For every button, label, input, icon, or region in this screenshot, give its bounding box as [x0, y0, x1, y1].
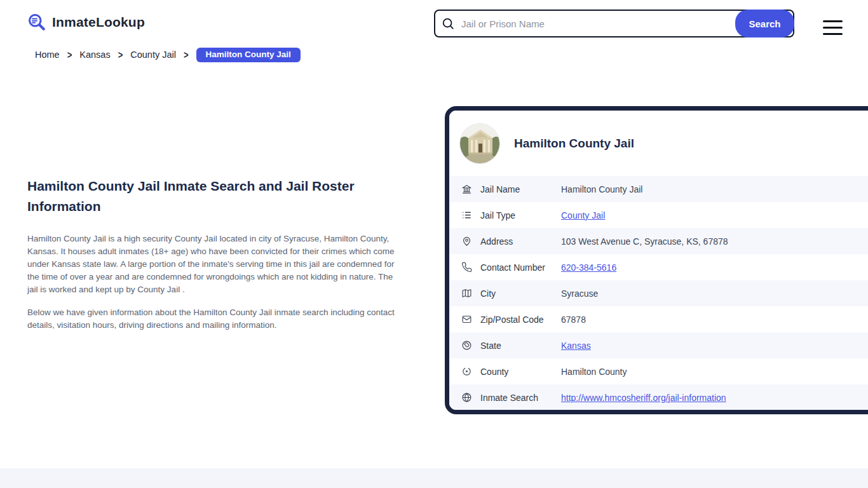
chevron-right-icon: >: [118, 49, 123, 61]
row-value: Syracuse: [561, 288, 598, 299]
globe-icon: [461, 392, 472, 403]
article-paragraph: Below we have given information about th…: [27, 306, 403, 332]
table-row: Jail NameHamilton County Jail: [449, 176, 868, 202]
jail-info-table: Jail NameHamilton County JailJail TypeCo…: [449, 176, 868, 410]
jail-card-header: Hamilton County Jail: [449, 111, 868, 176]
globe-americas-icon: [461, 340, 472, 351]
row-label: Address: [480, 236, 561, 247]
breadcrumb-home[interactable]: Home: [35, 50, 60, 60]
row-label: Jail Type: [480, 210, 561, 220]
bank-icon: [461, 184, 472, 194]
breadcrumb-county-jail[interactable]: County Jail: [130, 50, 176, 60]
row-label: City: [480, 288, 561, 299]
table-row: CitySyracuse: [449, 280, 868, 306]
badge-icon: [461, 366, 472, 377]
row-value: 103 West Avenue C, Syracuse, KS, 67878: [561, 236, 728, 247]
chevron-right-icon: >: [184, 49, 189, 61]
brand-logo[interactable]: InmateLookup: [27, 13, 145, 32]
jail-info-card: Hamilton County Jail Jail NameHamilton C…: [445, 106, 868, 414]
table-row: Jail TypeCounty Jail: [449, 202, 868, 228]
table-row: Contact Number620-384-5616: [449, 254, 868, 280]
table-row: Zip/Postal Code67878: [449, 306, 868, 332]
row-value-link[interactable]: http://www.hmcosheriff.org/jail-informat…: [561, 393, 726, 403]
row-label: Contact Number: [480, 262, 561, 273]
envelope-icon: [461, 314, 472, 325]
search-button[interactable]: Search: [735, 10, 794, 37]
article-paragraph: Hamilton County Jail is a high security …: [27, 233, 403, 296]
jail-photo: [459, 123, 500, 164]
article: Hamilton County Jail Inmate Search and J…: [27, 176, 403, 342]
breadcrumb-current-badge: Hamilton County Jail: [196, 48, 301, 62]
table-row: CountyHamilton County: [449, 358, 868, 384]
breadcrumb-kansas[interactable]: Kansas: [79, 50, 110, 60]
row-value: Hamilton County: [561, 367, 627, 377]
phone-icon: [461, 262, 472, 273]
page-title: Hamilton County Jail Inmate Search and J…: [27, 176, 403, 217]
search-bar: Search: [434, 10, 794, 37]
row-label: County: [480, 367, 561, 377]
breadcrumb: Home > Kansas > County Jail > Hamilton C…: [35, 48, 301, 62]
brand-name: InmateLookup: [52, 15, 145, 30]
row-value-link[interactable]: County Jail: [561, 210, 605, 220]
chevron-right-icon: >: [67, 49, 72, 61]
table-row: StateKansas: [449, 332, 868, 358]
hamburger-menu-icon[interactable]: [823, 16, 843, 39]
row-label: Inmate Search: [480, 393, 561, 403]
row-value-link[interactable]: Kansas: [561, 341, 591, 351]
table-row: Inmate Searchhttp://www.hmcosheriff.org/…: [449, 384, 868, 410]
footer-strip: [0, 468, 868, 488]
row-value: Hamilton County Jail: [561, 184, 642, 194]
row-label: State: [480, 341, 561, 351]
map-icon: [461, 288, 472, 299]
row-label: Jail Name: [480, 184, 561, 194]
table-row: Address103 West Avenue C, Syracuse, KS, …: [449, 228, 868, 254]
list-icon: [461, 210, 472, 220]
row-label: Zip/Postal Code: [480, 315, 561, 325]
map-pin-icon: [461, 236, 472, 247]
row-value: 67878: [561, 315, 586, 325]
magnifier-lines-icon: [27, 13, 46, 32]
row-value-link[interactable]: 620-384-5616: [561, 262, 616, 273]
jail-card-title: Hamilton County Jail: [514, 137, 634, 151]
